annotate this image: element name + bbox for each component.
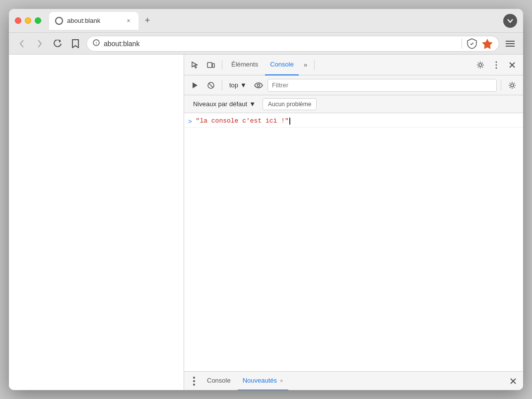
devtools-bottom-close-button[interactable] [507,375,519,387]
traffic-lights [15,17,41,24]
console-settings-button[interactable] [505,78,519,92]
bottom-console-tab[interactable]: Console [202,372,236,391]
address-bar-row: ! about:blank [9,33,523,55]
console-tab[interactable]: Console [265,55,299,75]
browser-window: about:blank × + [9,9,523,390]
devtools-settings-area [473,58,519,72]
active-tab[interactable]: about:blank × [49,12,138,30]
eye-button[interactable] [252,78,266,92]
clear-console-button[interactable] [188,78,202,92]
console-arrow: > [188,118,192,125]
reload-button[interactable] [51,37,65,51]
main-content: Éléments Console » [9,55,523,390]
more-options-icon [495,61,497,69]
svg-point-11 [496,64,497,66]
device-toolbar-button[interactable] [204,58,218,72]
bookmark-button[interactable] [68,37,82,51]
levels-button[interactable]: Niveaux par défaut ▼ [190,98,259,110]
info-icon: ! [93,39,100,46]
element-picker-button[interactable] [188,58,202,72]
svg-marker-2 [482,39,492,49]
devtools-close-button[interactable] [505,58,519,72]
device-icon [207,61,215,69]
console-cursor [289,118,290,125]
tab-close-button[interactable]: × [125,17,133,25]
close-traffic-light[interactable] [15,17,21,24]
devtools-toolbar2: top ▼ [184,75,523,95]
tab-list-button[interactable] [503,14,517,28]
page-panel [9,55,184,390]
eye-icon [254,82,263,88]
address-text: about:blank [104,40,458,48]
close-icon [509,62,515,68]
svg-text:!: ! [96,41,97,46]
svg-point-18 [257,84,260,86]
bottom-tab-close-button[interactable]: × [280,378,283,384]
rewards-icon [482,38,493,49]
title-bar: about:blank × + [9,9,523,33]
devtools-content: > "la console c'est ici !" [184,113,523,371]
devtools-panel: Éléments Console » [184,55,523,390]
problem-button[interactable]: Aucun problème [263,98,317,110]
bottom-news-tab[interactable]: Nouveautés × [238,372,288,391]
devtools-bottom-bar: Console Nouveautés × [184,371,523,390]
back-icon [19,40,24,48]
tab-bar: about:blank × + [49,12,517,30]
devtools-settings-button[interactable] [473,58,487,72]
play-icon [191,81,199,89]
address-divider [462,39,462,49]
tab-title: about:blank [67,17,121,24]
chevron-down-icon [507,19,513,23]
menu-button[interactable] [503,37,517,51]
security-icon: ! [93,39,100,48]
ban-icon-button[interactable] [204,78,218,92]
svg-marker-15 [193,82,198,88]
ban-icon [207,81,215,89]
more-tabs-button[interactable]: » [301,61,310,68]
minimize-traffic-light[interactable] [25,17,31,24]
globe-icon [55,17,63,25]
toolbar2-divider-2 [501,80,501,90]
toolbar-divider-2 [314,60,315,70]
context-selector[interactable]: top ▼ [226,79,250,91]
svg-point-19 [511,84,514,87]
svg-point-10 [496,61,497,63]
console-output-text: "la console c'est ici !" [196,117,290,125]
forward-icon [37,40,42,48]
bookmark-icon [72,39,79,48]
hamburger-icon [506,40,515,47]
console-entry: > "la console c'est ici !" [184,115,523,128]
brave-shield-button[interactable] [466,38,478,50]
elements-tab[interactable]: Éléments [226,55,263,75]
reload-icon [54,40,62,48]
svg-rect-8 [212,64,214,67]
svg-point-12 [496,67,497,68]
new-tab-button[interactable]: + [140,14,154,28]
close-devtools-icon [510,378,516,384]
maximize-traffic-light[interactable] [35,17,41,24]
toolbar2-divider [222,80,222,90]
back-button[interactable] [15,37,29,51]
devtools-toolbar: Éléments Console » [184,55,523,75]
devtools-more-button[interactable] [489,58,503,72]
shield-icon [467,38,477,49]
rewards-button[interactable] [482,38,493,49]
svg-line-17 [209,83,213,87]
gear-icon [476,61,484,69]
address-bar[interactable]: ! about:blank [86,36,499,52]
svg-point-9 [479,64,482,66]
settings-gear-icon [508,81,516,89]
bottom-menu-button[interactable] [188,375,200,387]
devtools-toolbar3: Niveaux par défaut ▼ Aucun problème [184,95,523,113]
svg-marker-6 [192,62,198,68]
svg-rect-7 [207,63,212,67]
cursor-icon [191,61,199,69]
toolbar-divider [222,60,222,70]
filter-input[interactable] [267,79,497,92]
forward-button[interactable] [33,37,47,51]
